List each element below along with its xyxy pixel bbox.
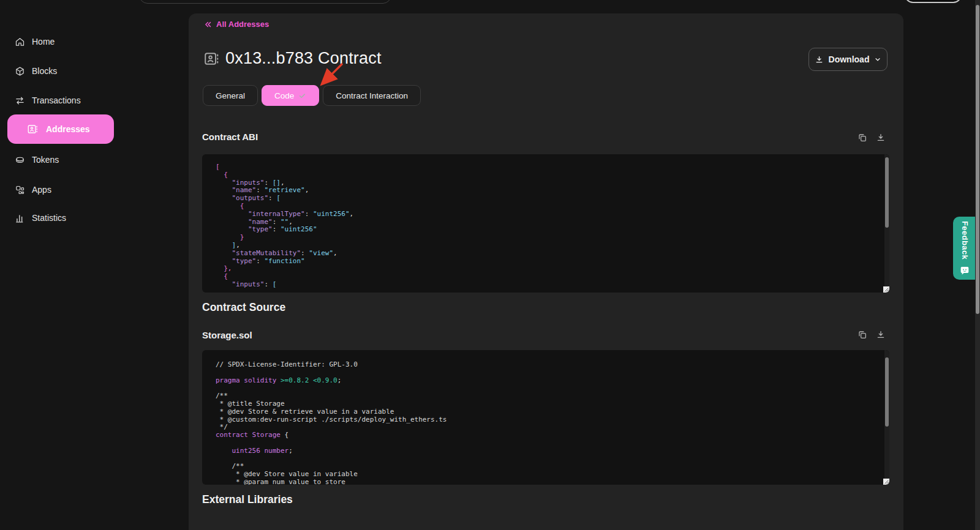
code-line: /** [216,392,871,400]
page-scrollbar[interactable] [975,0,980,530]
verified-check-icon [298,92,306,100]
double-chevron-left-icon [204,20,213,29]
download-abi-icon[interactable] [876,133,886,143]
sidebar-item-label: Blocks [32,66,57,76]
apps-icon [15,185,25,195]
code-line: pragma solidity >=0.8.2 <0.9.0; [216,377,871,385]
sidebar-item-addresses[interactable]: Addresses [7,114,114,144]
tokens-icon [15,155,25,165]
code-line: "inputs": [], [216,179,871,187]
feedback-label: Feedback [960,221,970,259]
download-button-label: Download [829,54,870,64]
sidebar-item-label: Tokens [32,155,59,165]
feedback-chat-icon [960,266,970,275]
code-line: "type": "uint256" [216,226,871,234]
statistics-icon [15,213,25,223]
tabs: General Code Contract Interaction [203,85,421,106]
feedback-button[interactable]: Feedback [953,217,976,280]
contract-card-icon [203,51,219,67]
download-source-icon[interactable] [876,330,886,340]
source-code-text: // SPDX-License-Identifier: GPL-3.0 prag… [202,350,889,485]
code-line: [ [216,163,871,171]
transactions-icon [15,95,25,106]
blocks-icon [15,66,25,77]
sidebar: Home Blocks Transactions Addresses Token… [0,0,184,530]
code-line: "outputs": [ [216,195,871,203]
sidebar-item-label: Addresses [46,124,90,134]
code-line [216,384,871,392]
code-line: contract Storage { [216,431,871,439]
abi-code-block[interactable]: [ { "inputs": [], "name": "retrieve", "o… [202,154,889,293]
download-icon [815,55,824,64]
source-scrollbar[interactable] [884,350,889,485]
abi-scrollbar-thumb[interactable] [885,157,889,228]
sidebar-item-label: Transactions [32,95,81,105]
copy-abi-icon[interactable] [858,133,867,143]
tab-label: Code [274,91,294,100]
title-row: 0x13...b783 Contract [203,49,382,68]
chevron-down-icon [874,56,881,63]
code-line: "internalType": "uint256", [216,211,871,218]
tab-general[interactable]: General [203,85,258,106]
sidebar-item-transactions[interactable]: Transactions [15,93,81,108]
code-line: uint256 number; [216,447,871,455]
code-line: }, [216,265,871,273]
code-line: { [216,171,871,179]
code-line [216,455,871,463]
topbar-button[interactable] [905,0,962,3]
back-link-label: All Addresses [216,20,269,29]
back-to-addresses-link[interactable]: All Addresses [204,20,269,29]
sidebar-item-label: Apps [32,185,51,195]
sidebar-item-label: Home [32,37,55,47]
source-scrollbar-thumb[interactable] [885,357,889,427]
download-button[interactable]: Download [809,48,888,71]
sidebar-item-statistics[interactable]: Statistics [15,211,66,225]
code-line: * @param num value to store [216,479,871,485]
source-code-block[interactable]: // SPDX-License-Identifier: GPL-3.0 prag… [202,350,889,485]
sidebar-item-tokens[interactable]: Tokens [15,152,59,167]
addresses-icon [27,124,38,135]
code-line [216,439,871,447]
code-line: // SPDX-License-Identifier: GPL-3.0 [216,361,871,369]
page-title: 0x13...b783 Contract [225,49,382,68]
abi-section-title: Contract ABI [202,132,258,142]
code-line: * @custom:dev-run-script ./scripts/deplo… [216,416,871,424]
home-icon [15,37,25,47]
sidebar-item-apps[interactable]: Apps [15,182,51,197]
sidebar-item-label: Statistics [32,213,66,223]
tab-label: General [216,91,245,100]
source-file-title: Storage.sol [202,330,252,340]
tab-contract-interaction[interactable]: Contract Interaction [323,85,421,106]
copy-source-icon[interactable] [858,330,867,340]
contract-source-heading: Contract Source [202,301,285,314]
page: Home Blocks Transactions Addresses Token… [0,0,980,530]
code-line: "stateMutability": "view", [216,250,871,258]
code-line: "type": "function" [216,258,871,266]
page-scrollbar-thumb[interactable] [976,5,979,314]
tab-label: Contract Interaction [336,91,408,100]
code-line: */ [216,424,871,431]
tab-code[interactable]: Code [262,85,319,106]
code-line: } [216,234,871,242]
abi-code-text: [ { "inputs": [], "name": "retrieve", "o… [202,154,889,289]
code-line: "inputs": [ [216,281,871,289]
code-line: { [216,273,871,281]
sidebar-item-blocks[interactable]: Blocks [15,64,57,78]
abi-scrollbar[interactable] [884,154,889,293]
external-libraries-heading: External Libraries [202,493,293,506]
code-line: "name": "retrieve", [216,187,871,195]
sidebar-item-home[interactable]: Home [15,34,55,49]
